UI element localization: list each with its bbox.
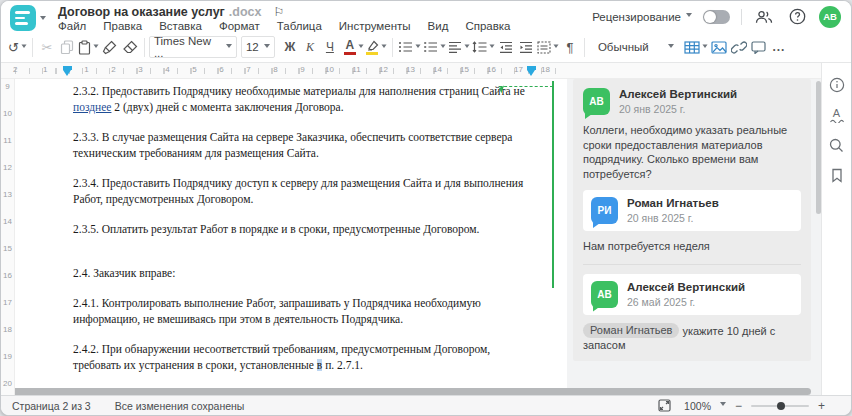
comment-reply[interactable]: РИ Роман Игнатьев 20 янв 2025 г. (583, 190, 801, 231)
font-color-button[interactable]: А (343, 35, 365, 59)
copy-button[interactable] (57, 35, 77, 59)
document-title: Договор на оказание услуг.docx ⚐ (58, 5, 284, 19)
document-info-icon[interactable] (826, 75, 848, 95)
spellcheck-icon[interactable]: А (826, 105, 848, 125)
insert-image-button[interactable] (709, 35, 729, 59)
divider (741, 9, 742, 25)
insert-comment-button[interactable] (749, 35, 769, 59)
italic-button[interactable]: К (300, 35, 320, 59)
increase-indent-button[interactable] (516, 35, 536, 59)
paragraph-shading-button[interactable] (536, 35, 560, 59)
align-left-button[interactable] (447, 35, 471, 59)
format-painter-icon[interactable] (100, 35, 120, 59)
menu-item[interactable]: Вид (428, 20, 449, 32)
nonprinting-chars-button[interactable]: ¶ (560, 35, 580, 59)
menu-item[interactable]: Таблица (277, 20, 322, 32)
ruler-number: 14 (424, 65, 451, 74)
comment-date: 20 янв 2025 г. (627, 212, 719, 224)
collaboration-users-icon[interactable] (753, 7, 775, 27)
decrease-indent-button[interactable] (496, 35, 516, 59)
numbered-list-button[interactable] (422, 35, 447, 59)
toolbar-more-button[interactable]: ... (769, 35, 789, 59)
ruler-number: 14 (1, 208, 14, 235)
inserted-change-text: позднее (73, 101, 111, 113)
search-icon[interactable] (826, 135, 848, 155)
bookmark-icon[interactable] (826, 165, 848, 185)
comment-avatar: РИ (591, 197, 618, 224)
horizontal-ruler[interactable]: 2 1 123456789101112131415161718 (1, 63, 823, 79)
paragraph: 2.3.5. Оплатить результат Работ в порядк… (73, 222, 531, 238)
comment-text: Нам потребуется неделя (583, 239, 801, 254)
comment-author: Алексей Вертинский (627, 281, 745, 293)
cut-button[interactable]: ✂ (37, 35, 57, 59)
ruler-number: 9 (1, 73, 14, 100)
ruler-number: 18 (532, 65, 559, 74)
left-indent-marker[interactable] (63, 66, 72, 76)
highlight-color-button[interactable] (365, 35, 388, 59)
comment-avatar: АВ (583, 88, 610, 115)
page-indicator[interactable]: Страница 2 из 3 (12, 400, 91, 412)
ruler-number: 16 (478, 65, 505, 74)
font-name-select[interactable]: Times New ... (149, 36, 237, 58)
horizontal-scrollbar[interactable] (3, 388, 811, 395)
logo-menu-caret-icon[interactable] (40, 16, 46, 23)
paragraph: 2.3.2. Предоставить Подрядчику необходим… (73, 84, 531, 115)
document-title-extension: .docx (229, 5, 262, 19)
fit-to-width-icon[interactable] (653, 396, 675, 416)
menu-item[interactable]: Правка (103, 20, 142, 32)
zoom-slider[interactable] (751, 405, 809, 407)
ruler-number: 1 (73, 65, 100, 74)
menu-item[interactable]: Формат (219, 20, 260, 32)
ruler-number: 17 (1, 289, 14, 316)
paste-button[interactable] (77, 35, 100, 59)
line-spacing-button[interactable] (471, 35, 496, 59)
clear-style-eraser-icon[interactable] (120, 35, 140, 59)
underline-button[interactable]: Ч (320, 35, 340, 59)
bullet-list-button[interactable] (397, 35, 422, 59)
paragraph-style-select[interactable]: Обычный (593, 36, 679, 58)
flag-icon[interactable]: ⚐ (273, 5, 284, 19)
zoom-in-button[interactable]: + (818, 399, 825, 413)
zoom-level[interactable]: 100% (684, 400, 711, 412)
header-controls: Рецензирование АВ (592, 1, 841, 32)
menu-item[interactable]: Инструменты (339, 20, 411, 32)
comment-text: Коллеги, необходимо указать реальные сро… (583, 123, 801, 181)
menu-item[interactable]: Справка (465, 20, 510, 32)
comment-date: 26 май 2025 г. (627, 296, 745, 308)
menu-item[interactable]: Файл (58, 20, 86, 32)
bold-button[interactable]: Ж (280, 35, 300, 59)
zoom-out-button[interactable]: − (735, 399, 742, 413)
user-mention-badge[interactable]: Роман Игнатьев (583, 323, 679, 339)
zoom-caret-icon[interactable] (720, 402, 726, 409)
menu-item[interactable]: Вставка (159, 20, 202, 32)
app-window: Договор на оказание услуг.docx ⚐ ФайлПра… (0, 0, 852, 416)
comment-thread[interactable]: АВ Алексей Вертинский 20 янв 2025 г. Кол… (573, 79, 811, 361)
insert-table-button[interactable] (683, 35, 709, 59)
user-avatar[interactable]: АВ (819, 6, 841, 28)
ruler-number: 9 (289, 65, 316, 74)
ruler-number: 20 (1, 370, 14, 397)
font-size-select[interactable]: 12 (241, 36, 275, 58)
comment-reply[interactable]: АВ Алексей Вертинский 26 май 2025 г. (583, 274, 801, 315)
comment-author: Алексей Вертинский (619, 88, 737, 100)
paragraph: 2.3.3. В случае размещения Сайта на серв… (73, 130, 531, 161)
right-indent-marker[interactable] (527, 66, 536, 76)
ruler-number: 5 (181, 65, 208, 74)
document-page[interactable]: 2.3.2. Предоставить Подрядчику необходим… (15, 79, 567, 391)
app-logo-icon[interactable] (10, 5, 36, 31)
ruler-number: 12 (1, 154, 14, 181)
save-status: Все изменения сохранены (115, 400, 245, 412)
insert-link-button[interactable] (729, 35, 749, 59)
paragraph: 2.4.1. Контролировать выполнение Работ, … (73, 296, 531, 327)
ruler-number: 19 (1, 343, 14, 370)
ruler-number: 13 (397, 65, 424, 74)
review-mode-button[interactable]: Рецензирование (592, 11, 692, 23)
track-changes-toggle[interactable] (703, 10, 730, 24)
zoom-slider-knob[interactable] (777, 402, 785, 410)
ruler-number: 4 (154, 65, 181, 74)
undo-button[interactable]: ↻ (7, 35, 28, 59)
ruler-number: 1 (43, 65, 47, 74)
help-icon[interactable] (786, 7, 808, 27)
comment-avatar: АВ (591, 281, 618, 308)
document-title-text: Договор на оказание услуг (58, 5, 225, 19)
